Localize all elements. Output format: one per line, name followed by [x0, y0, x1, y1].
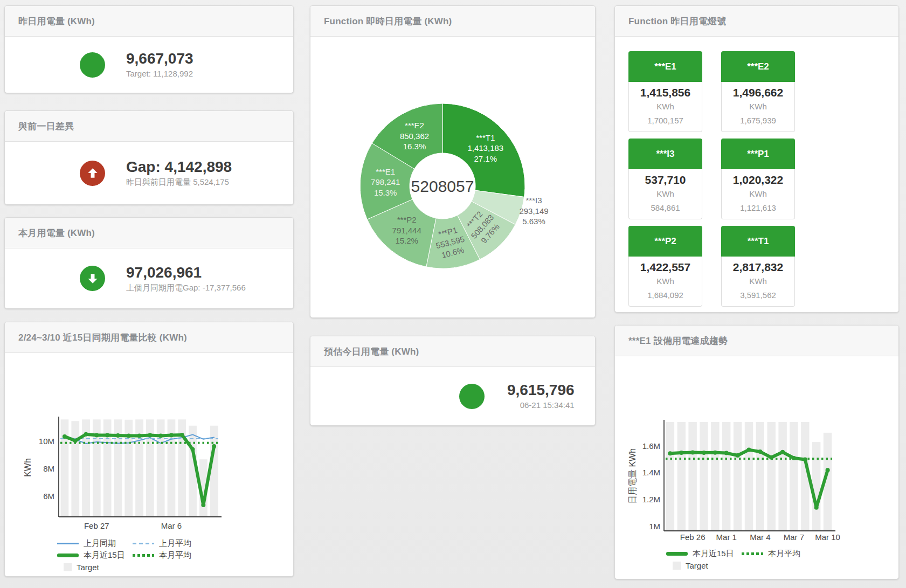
donut-svg: ***T11,413,18327.1%***I3293,1495.63%***T… [310, 37, 596, 317]
x-tick-label: Mar 7 [784, 532, 804, 542]
comparison-card-header: 2/24~3/10 近15日同期用電量比較 (KWh) [5, 322, 293, 353]
legend-item-本月近15日[interactable]: 本月近15日 [57, 550, 133, 561]
device-tile-target: 1,121,613 [723, 201, 793, 215]
e1-trend-chart-legend: 本月近15日本月平均Target [666, 548, 898, 571]
y-axis-label: KWh [23, 458, 32, 477]
card-month-body: 97,026,961 上個月同期用電Gap: -17,377,566 [5, 248, 293, 308]
legend-item-上月平均[interactable]: 上月平均 [133, 538, 208, 549]
device-tile-status-header: ***I3 [628, 139, 702, 169]
lights-card-title: Function 昨日用電燈號 [628, 15, 726, 27]
legend-row: Target [57, 561, 293, 573]
device-tile-P1: ***P11,020,322KWh1,121,613 [721, 139, 795, 219]
donut-chart: ***T11,413,18327.1%***I3293,1495.63%***T… [310, 37, 595, 318]
card-estimate-today: 預估今日用電量 (KWh) 9,615,796 06-21 15:34:41 [310, 336, 596, 426]
x-tick-label: Mar 1 [716, 532, 737, 542]
legend-line-swatch-icon [133, 543, 154, 544]
yesterday-usage-target: Target: 11,128,992 [126, 68, 193, 80]
arrow-up-circle-icon [80, 161, 105, 186]
device-tile-body: 537,710KWh584,861 [628, 169, 702, 219]
card-15day-comparison: 2/24~3/10 近15日同期用電量比較 (KWh) 6M8M10MFeb 2… [4, 322, 294, 577]
device-tile-P2: ***P21,422,557KWh1,684,092 [628, 226, 702, 307]
device-tile-T1: ***T12,817,832KWh3,591,562 [721, 226, 795, 307]
chart-right-svg: 1M1.2M1.4M1.6MFeb 26Mar 1Mar 4Mar 7Mar 1… [615, 356, 899, 543]
device-tile-unit: KWh [630, 187, 701, 201]
y-axis-label: 日用電量 KWh [628, 448, 637, 504]
device-tile-value: 1,415,856 [630, 85, 701, 100]
device-tile-body: 1,496,662KWh1,675,939 [721, 82, 795, 132]
lights-card-header: Function 昨日用電燈號 [615, 6, 898, 37]
device-tile-unit: KWh [630, 274, 701, 288]
e1-trend-card-header: ***E1 設備用電達成趨勢 [615, 326, 898, 356]
status-dot-green-icon [80, 52, 105, 78]
dashboard-page: 昨日用電量 (KWh) 9,667,073 Target: 11,128,992… [0, 0, 906, 588]
card-yesterday-header: 昨日用電量 (KWh) [5, 6, 293, 37]
legend-row: 上月同期上月平均 [57, 537, 293, 549]
legend-item-Target[interactable]: Target [57, 563, 133, 572]
card-month-usage: 本月用電量 (KWh) 97,026,961 上個月同期用電Gap: -17,3… [4, 217, 294, 309]
card-gap-body: Gap: 4,142,898 昨日與前日用電量 5,524,175 [5, 142, 293, 204]
device-tile-target: 1,675,939 [723, 114, 793, 128]
y-tick-label: 8M [43, 464, 54, 473]
legend-item-本月平均[interactable]: 本月平均 [742, 549, 817, 559]
legend-item-上月同期[interactable]: 上月同期 [57, 538, 133, 549]
device-tile-value: 1,020,322 [723, 172, 793, 187]
legend-line-swatch-icon [742, 552, 763, 555]
x-tick-label: Mar 10 [815, 532, 840, 542]
legend-item-label: 上月同期 [84, 538, 116, 549]
device-tile-status-header: ***E2 [721, 51, 795, 82]
e1-trend-card-title: ***E1 設備用電達成趨勢 [628, 335, 728, 347]
device-tile-value: 2,817,832 [723, 260, 793, 274]
status-dot-green-icon [459, 384, 485, 409]
legend-item-label: Target [686, 561, 708, 570]
legend-item-Target[interactable]: Target [666, 561, 742, 570]
device-tile-target: 1,684,092 [630, 288, 701, 302]
card-e1-trend: ***E1 設備用電達成趨勢 1M1.2M1.4M1.6MFeb 26Mar 1… [614, 325, 899, 579]
x-tick-label: Mar 6 [161, 521, 182, 530]
legend-bar-swatch-icon [673, 562, 681, 570]
comparison-chart-legend: 上月同期上月平均本月近15日本月平均Target [57, 537, 293, 573]
y-tick-label: 10M [39, 437, 54, 446]
month-usage-gap: 上個月同期用電Gap: -17,377,566 [126, 282, 246, 294]
device-tile-value: 1,422,557 [630, 260, 701, 274]
legend-item-本月近15日[interactable]: 本月近15日 [666, 549, 742, 559]
device-tile-unit: KWh [723, 274, 793, 288]
legend-line-swatch-icon [57, 543, 79, 544]
comparison-card-title: 2/24~3/10 近15日同期用電量比較 (KWh) [18, 331, 187, 344]
device-tile-status-header: ***E1 [628, 51, 702, 82]
card-yesterday-title: 昨日用電量 (KWh) [18, 15, 95, 27]
chart-left-svg: 6M8M10MFeb 27Mar 6KWh [5, 353, 293, 532]
device-tile-value: 537,710 [630, 172, 701, 187]
device-tile-status-header: ***P1 [721, 139, 795, 169]
device-tile-I3: ***I3537,710KWh584,861 [628, 139, 702, 219]
x-tick-label: Feb 26 [680, 532, 706, 542]
x-tick-label: Feb 27 [84, 521, 109, 530]
gap-sub: 昨日與前日用電量 5,524,175 [126, 176, 232, 188]
device-tile-body: 1,020,322KWh1,121,613 [721, 169, 795, 219]
y-tick-label: 1M [649, 522, 660, 531]
device-tile-status-header: ***P2 [628, 226, 702, 257]
device-tile-body: 1,415,856KWh1,700,157 [628, 82, 702, 132]
target-bars [666, 422, 832, 530]
estimate-card-header: 預估今日用電量 (KWh) [310, 336, 595, 367]
legend-item-本月平均[interactable]: 本月平均 [133, 550, 208, 561]
legend-item-label: 本月近15日 [693, 549, 734, 559]
estimate-timestamp: 06-21 15:34:41 [507, 399, 575, 411]
y-tick-label: 1.6M [642, 441, 660, 451]
legend-item-label: 本月平均 [159, 550, 191, 561]
card-yesterday-usage: 昨日用電量 (KWh) 9,667,073 Target: 11,128,992 [4, 5, 294, 93]
device-tile-target: 3,591,562 [723, 288, 793, 302]
card-realtime-donut: Function 即時日用電量 (KWh) ***T11,413,18327.1… [310, 5, 596, 318]
device-tile-E2: ***E21,496,662KWh1,675,939 [721, 51, 795, 132]
device-tile-unit: KWh [630, 100, 701, 114]
donut-card-header: Function 即時日用電量 (KWh) [310, 6, 595, 37]
device-tiles-grid: ***E11,415,856KWh1,700,157***E21,496,662… [615, 37, 887, 313]
device-tile-value: 1,496,662 [723, 85, 793, 100]
month-usage-value: 97,026,961 [126, 264, 246, 282]
device-tile-target: 584,861 [630, 201, 701, 215]
device-tile-E1: ***E11,415,856KWh1,700,157 [628, 51, 702, 132]
device-tile-body: 2,817,832KWh3,591,562 [721, 257, 795, 307]
y-tick-label: 1.2M [642, 495, 660, 504]
legend-row: 本月近15日本月平均 [666, 548, 898, 559]
legend-bar-swatch-icon [64, 563, 72, 571]
x-tick-label: Mar 4 [750, 532, 770, 542]
